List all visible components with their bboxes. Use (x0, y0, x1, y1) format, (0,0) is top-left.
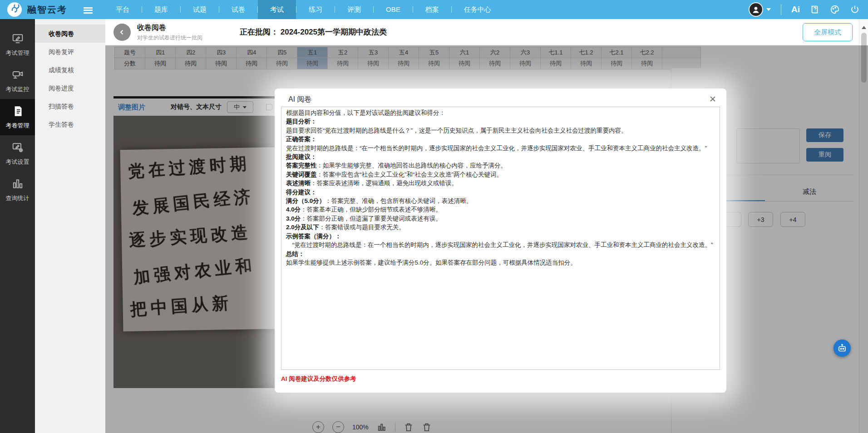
topnav-item[interactable]: 试卷 (219, 0, 257, 19)
topnav-item[interactable]: 任务中心 (452, 0, 503, 19)
ai-advice-line: 示例答案（满分）： (286, 232, 715, 241)
fullscreen-button[interactable]: 全屏模式 (803, 23, 853, 41)
topbar-divider (781, 4, 781, 15)
top-menu: 平台题库试题试卷考试练习评测OBE档案任务中心 (104, 0, 503, 19)
sidebar-item-label: 考试监控 (0, 85, 35, 93)
topnav-item[interactable]: 平台 (104, 0, 142, 19)
topnav-item[interactable]: 练习 (296, 0, 335, 19)
topnav-item[interactable]: 档案 (413, 0, 451, 19)
sidebar-item-考试管理[interactable]: 考试管理 (0, 26, 35, 63)
ai-advice-line: 题目分析： (286, 117, 715, 126)
brand-name: 融智云考 (27, 4, 67, 16)
ai-advice-line: 题目要求回答“党在过渡时期的总路线是什么？”，这是一个历史知识点，属于新民主主义… (286, 126, 715, 135)
page-subtitle: 对学生的试卷进行统一批阅 (137, 34, 202, 42)
ai-advice-line: “党在过渡时期的总路线是：在一个相当长的时期内，逐步实现国家的社会主义工业化，并… (286, 241, 715, 249)
page-header: 收卷阅卷 对学生的试卷进行统一批阅 正在批阅： 2024-2025第一学期期中政… (105, 19, 859, 45)
sidebar-item-考试监控[interactable]: 考试监控 (0, 63, 35, 99)
grading-exam-name: 2024-2025第一学期期中政法类 (281, 28, 387, 36)
user-avatar-icon[interactable] (749, 2, 763, 17)
ai-advice-line: 批阅建议： (286, 153, 715, 161)
paper-manage-icon (11, 111, 25, 118)
ai-advice-line: 得分建议： (286, 188, 715, 197)
topnav-item[interactable]: OBE (374, 0, 413, 19)
sidebar-collapse-icon[interactable] (84, 6, 93, 13)
ai-advice-line: 如果学生能够提供上述示例答案，建议给予满分5.0分。如果答案存在部分问题，可根据… (286, 258, 715, 267)
ai-assistant-button[interactable] (833, 340, 851, 357)
ai-advice-line: 正确答案： (286, 135, 715, 143)
ai-advice-line: 总结： (286, 250, 715, 258)
chevron-down-icon[interactable] (766, 8, 771, 11)
scroll-up-icon[interactable] (862, 24, 866, 29)
brand-logo-icon (7, 2, 22, 17)
theme-icon[interactable] (830, 5, 840, 15)
statistics-icon (11, 183, 25, 191)
ai-advice-line: 3.0分：答案部分正确，但遗漏了重要关键词或表述有误。 (286, 214, 715, 223)
exam-monitor-icon (11, 74, 25, 82)
close-icon[interactable]: ✕ (709, 94, 716, 104)
topbar-right-cluster: Ai (749, 0, 860, 19)
sidebar-item-label: 考试设置 (0, 158, 35, 166)
sidebar-item-查询统计[interactable]: 查询统计 (0, 172, 35, 208)
ai-advice-line: 根据题目内容和分值，以下是对该试题的批阅建议和得分： (286, 108, 715, 117)
ai-advice-line: 党在过渡时期的总路线是：“在一个相当长的时期内，逐步实现国家的社会主义工业化，并… (286, 144, 715, 153)
exam-manage-icon (11, 38, 25, 46)
sidebar-item-考卷管理[interactable]: 考卷管理 (0, 99, 35, 135)
ai-advice-line: 2.0分及以下：答案错误或与题目要求无关。 (286, 223, 715, 231)
page-title: 收卷阅卷 (137, 23, 166, 33)
logout-icon[interactable] (850, 5, 860, 15)
exam-settings-icon (11, 147, 25, 155)
topnav-item[interactable]: 考试 (258, 0, 296, 19)
ai-advice-text[interactable]: 根据题目内容和分值，以下是对该试题的批阅建议和得分：题目分析：题目要求回答“党在… (281, 107, 720, 370)
submenu-item-成绩复核[interactable]: 成绩复核 (35, 61, 105, 79)
primary-sidebar: 考试管理考试监控考卷管理考试设置查询统计 (0, 19, 35, 433)
sidebar-item-label: 考卷管理 (0, 122, 35, 130)
topnav-item[interactable]: 试题 (181, 0, 219, 19)
submenu-item-学生答卷[interactable]: 学生答卷 (35, 115, 105, 133)
submenu-item-收卷阅卷[interactable]: 收卷阅卷 (35, 25, 105, 43)
sidebar-item-考试设置[interactable]: 考试设置 (0, 135, 35, 172)
submenu-item-阅卷进度[interactable]: 阅卷进度 (35, 79, 105, 97)
ai-icon[interactable]: Ai (791, 5, 800, 15)
sidebar-item-label: 查询统计 (0, 194, 35, 202)
modal-title: AI 阅卷 (288, 95, 312, 104)
app-root: 融智云考 平台题库试题试卷考试练习评测OBE档案任务中心 Ai 考试管理考试监控… (0, 0, 868, 433)
top-navbar: 融智云考 平台题库试题试卷考试练习评测OBE档案任务中心 Ai (0, 0, 868, 19)
topnav-item[interactable]: 题库 (142, 0, 180, 19)
grading-status: 正在批阅： 2024-2025第一学期期中政法类 (240, 27, 387, 37)
submenu-item-扫描答卷[interactable]: 扫描答卷 (35, 97, 105, 115)
ai-advice-line: 4.0分：答案基本正确，但缺少部分细节或表述不够清晰。 (286, 205, 715, 214)
manual-icon[interactable] (810, 5, 820, 15)
submenu-item-阅卷复评[interactable]: 阅卷复评 (35, 43, 105, 61)
ai-advice-line: 答案完整性：如果学生能够完整、准确地回答出总路线的核心内容，应给予满分。 (286, 161, 715, 170)
topnav-item[interactable]: 评测 (335, 0, 373, 19)
ai-advice-line: 表述清晰：答案应表述清晰，逻辑通顺，避免出现歧义或错误。 (286, 179, 715, 187)
ai-grading-modal: AI 阅卷 ✕ 根据题目内容和分值，以下是对该试题的批阅建议和得分：题目分析：题… (275, 89, 726, 393)
ai-advice-line: 关键词覆盖：答案中应包含“社会主义工业化”和“社会主义改造”两个核心关键词。 (286, 170, 715, 179)
back-button[interactable] (113, 24, 131, 41)
grading-label: 正在批阅： (240, 28, 278, 36)
secondary-sidebar: 收卷阅卷阅卷复评成绩复核阅卷进度扫描答卷学生答卷 (35, 19, 105, 433)
ai-disclaimer: AI 阅卷建议及分数仅供参考 (281, 375, 356, 383)
ai-advice-line: 满分（5.0分）：答案完整、准确，包含所有核心关键词，表述清晰。 (286, 197, 715, 205)
sidebar-item-label: 考试管理 (0, 49, 35, 57)
